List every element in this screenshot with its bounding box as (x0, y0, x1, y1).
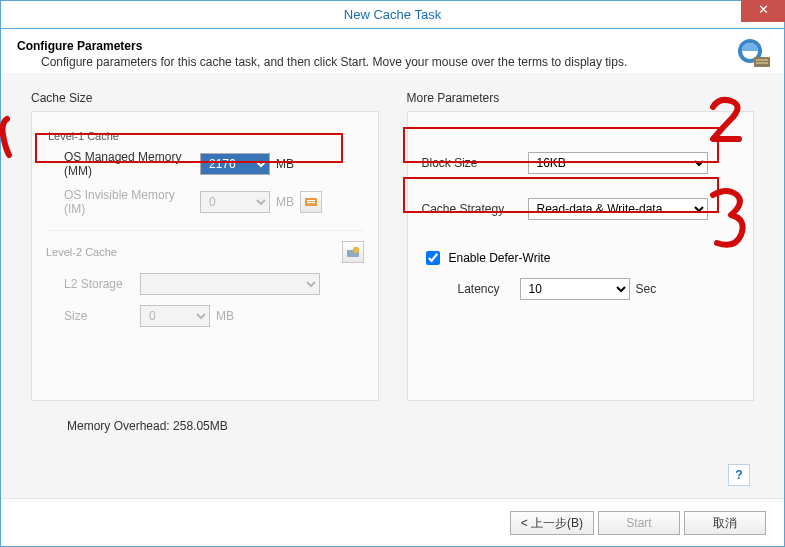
latency-label: Latency (458, 282, 514, 296)
l2storage-row: L2 Storage (64, 273, 364, 295)
body-panel: Cache Size Level-1 Cache OS Managed Memo… (1, 73, 784, 498)
l2-config-icon[interactable] (342, 241, 364, 263)
footer: < 上一步(B) Start 取消 (1, 498, 784, 546)
svg-rect-7 (307, 202, 315, 203)
level2-cache-label: Level-2 Cache (46, 246, 117, 258)
latency-select[interactable]: 10 (520, 278, 630, 300)
level1-cache-label: Level-1 Cache (48, 130, 364, 142)
divider (46, 230, 364, 231)
im-select: 0 (200, 191, 270, 213)
im-label: OS Invisible Memory (IM) (64, 188, 194, 216)
titlebar: New Cache Task ✕ (1, 1, 784, 29)
im-row: OS Invisible Memory (IM) 0 MB (64, 188, 364, 216)
cancel-button[interactable]: 取消 (684, 511, 766, 535)
header-title: Configure Parameters (17, 39, 768, 53)
memory-overhead-label: Memory Overhead: 258.05MB (67, 419, 754, 433)
svg-point-9 (352, 247, 358, 253)
back-button[interactable]: < 上一步(B) (510, 511, 594, 535)
cache-logo-icon (736, 37, 772, 73)
cache-size-label: Cache Size (31, 91, 379, 105)
header: Configure Parameters Configure parameter… (1, 29, 784, 78)
mm-label: OS Managed Memory (MM) (64, 150, 194, 178)
help-button[interactable]: ? (728, 464, 750, 486)
defer-write-checkbox[interactable]: Enable Defer-Write (422, 248, 740, 268)
l2storage-select (140, 273, 320, 295)
cache-strategy-label: Cache Strategy (422, 202, 522, 216)
defer-write-label: Enable Defer-Write (449, 251, 551, 265)
latency-unit: Sec (636, 282, 657, 296)
mm-row: OS Managed Memory (MM) 2176 MB (64, 150, 364, 178)
start-button[interactable]: Start (598, 511, 680, 535)
svg-rect-6 (307, 200, 315, 201)
l2storage-label: L2 Storage (64, 277, 134, 291)
mm-select[interactable]: 2176 (200, 153, 270, 175)
annotation-mark-1 (0, 113, 19, 161)
close-button[interactable]: ✕ (741, 0, 785, 22)
cache-strategy-row: Cache Strategy Read-data & Write-data (422, 198, 740, 220)
l2size-label: Size (64, 309, 134, 323)
im-unit: MB (276, 195, 294, 209)
block-size-select[interactable]: 16KB (528, 152, 708, 174)
more-parameters-box: Block Size 16KB Cache Strategy Read-data… (407, 111, 755, 401)
block-size-label: Block Size (422, 156, 522, 170)
block-size-row: Block Size 16KB (422, 152, 740, 174)
header-description: Configure parameters for this cache task… (41, 55, 768, 69)
cache-strategy-select[interactable]: Read-data & Write-data (528, 198, 708, 220)
l2size-row: Size 0 MB (64, 305, 364, 327)
l2size-select: 0 (140, 305, 210, 327)
more-parameters-group: More Parameters Block Size 16KB Cache St… (407, 91, 755, 401)
defer-write-input[interactable] (426, 251, 440, 265)
more-parameters-label: More Parameters (407, 91, 755, 105)
dialog-window: New Cache Task ✕ Configure Parameters Co… (0, 0, 785, 547)
l2size-unit: MB (216, 309, 234, 323)
cache-size-box: Level-1 Cache OS Managed Memory (MM) 217… (31, 111, 379, 401)
im-info-icon[interactable] (300, 191, 322, 213)
latency-row: Latency 10 Sec (458, 278, 740, 300)
mm-unit: MB (276, 157, 294, 171)
cache-size-group: Cache Size Level-1 Cache OS Managed Memo… (31, 91, 379, 401)
window-title: New Cache Task (1, 1, 784, 29)
svg-rect-3 (756, 59, 768, 61)
svg-rect-4 (756, 62, 768, 64)
